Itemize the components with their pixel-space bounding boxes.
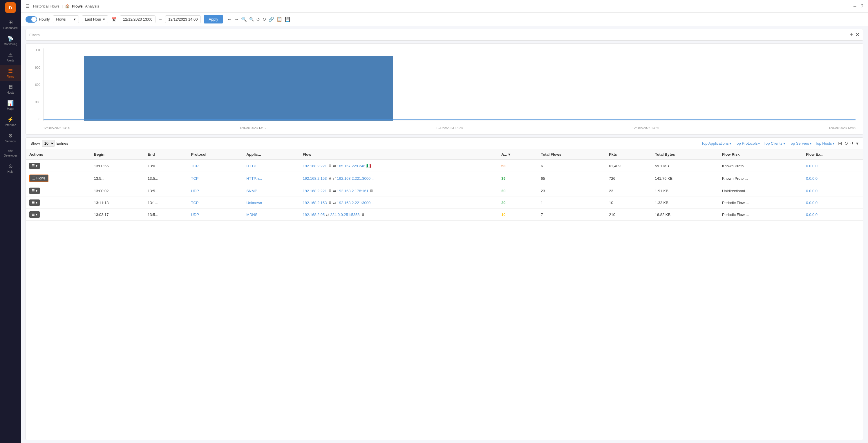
protocol-link[interactable]: TCP <box>191 176 199 181</box>
flow-exp-link[interactable]: 0.0.0.0 <box>806 176 817 181</box>
eye-icon[interactable]: 👁 ▾ <box>850 141 859 146</box>
sidebar-item-interface[interactable]: ⚡ Interface › <box>0 113 21 130</box>
chart-inner[interactable] <box>43 48 856 121</box>
action-menu-button[interactable]: ☰ ▾ <box>29 211 40 218</box>
filters-bar: + ✕ <box>26 29 863 41</box>
sidebar-item-alerts[interactable]: ⚠ Alerts › <box>0 49 21 65</box>
src-ip-link[interactable]: 192.168.2.153 <box>303 201 327 205</box>
col-flow[interactable]: Flow <box>299 149 498 160</box>
filters-close-button[interactable]: ✕ <box>855 32 860 38</box>
dst-ip-link[interactable]: 192.168.2.221:3000... <box>337 176 374 181</box>
cell-flow: 192.168.2.221 🖥 ⇄ 192.168.2.178:161 🖥 <box>299 185 498 197</box>
dst-ip-link[interactable]: 192.168.2.221:3000... <box>337 201 374 205</box>
col-pkts[interactable]: Pkts <box>606 149 651 160</box>
app-link[interactable]: Unknown <box>246 201 262 205</box>
breadcrumb-historical-flows[interactable]: Historical Flows <box>33 4 59 8</box>
app-link[interactable]: HTTP.n... <box>246 176 262 181</box>
sidebar-item-flows[interactable]: ☰ Flows <box>0 65 21 81</box>
src-ip-link[interactable]: 192.168.2.153 <box>303 176 327 181</box>
undo-icon[interactable]: ↺ <box>256 16 260 22</box>
sidebar-item-maps[interactable]: 📊 Maps › <box>0 97 21 113</box>
sidebar-item-label: Settings <box>5 140 16 143</box>
flow-exp-link[interactable]: 0.0.0.0 <box>806 189 817 193</box>
start-datetime-input[interactable]: 12/12/2023 13:00 <box>120 15 155 23</box>
table-header-row: Actions Begin End Protocol Applic... Flo… <box>26 149 863 160</box>
dst-ip-link[interactable]: 224.0.0.251:5353 <box>330 212 360 217</box>
top-hosts-link[interactable]: Top Hosts ▾ <box>815 141 835 145</box>
zoom-in-icon[interactable]: 🔍 <box>241 16 247 22</box>
action-menu-button[interactable]: ☰ ▾ <box>29 188 40 194</box>
apply-button[interactable]: Apply <box>204 15 223 24</box>
back-icon[interactable]: ← <box>852 4 857 9</box>
top-protocols-link[interactable]: Top Protocols ▾ <box>735 141 761 145</box>
flow-exp-link[interactable]: 0.0.0.0 <box>806 201 817 205</box>
breadcrumb-analysis[interactable]: Analysis <box>85 4 99 8</box>
breadcrumb-flows[interactable]: Flows <box>72 4 83 8</box>
refresh-icon[interactable]: ↻ <box>262 16 266 22</box>
dst-ip-link[interactable]: 192.168.2.178:161 <box>337 189 368 193</box>
action-flows-button[interactable]: ☰ Flows <box>29 174 49 182</box>
dst-ip-link[interactable]: 185.157.229.246 <box>337 164 366 168</box>
chart-area: 1 K 900 600 300 0 12/Dec/2023 13:00 12/D… <box>26 43 863 135</box>
chart-x-labels: 12/Dec/2023 13:00 12/Dec/2023 13:12 12/D… <box>43 126 856 130</box>
device-icon: 🖥 <box>328 201 332 205</box>
app-link[interactable]: MDNS <box>246 212 257 217</box>
time-range-dropdown[interactable]: Last Hour ▾ <box>82 15 108 23</box>
sidebar-item-developer[interactable]: </> Developer › <box>0 146 21 160</box>
action-menu-button[interactable]: ☰ ▾ <box>29 163 40 169</box>
col-application[interactable]: Applic... <box>243 149 299 160</box>
flows-dropdown[interactable]: Flows ▾ <box>53 15 79 23</box>
show-entries-select[interactable]: 10 25 50 <box>42 140 55 147</box>
cell-flow-risk: Unidirectional... <box>719 185 802 197</box>
save-icon[interactable]: 💾 <box>285 16 290 22</box>
sidebar-item-help[interactable]: ⊙ Help › <box>0 160 21 176</box>
zoom-out-icon[interactable]: 🔍 <box>249 17 254 22</box>
col-flow-exp[interactable]: Flow Ex... <box>802 149 863 160</box>
col-total-flows[interactable]: Total Flows <box>537 149 606 160</box>
protocol-link[interactable]: TCP <box>191 201 199 205</box>
src-ip-link[interactable]: 192.168.2.221 <box>303 164 327 168</box>
flow-exp-link[interactable]: 0.0.0.0 <box>806 164 817 168</box>
columns-icon[interactable]: ⊞ <box>838 141 842 146</box>
refresh-table-icon[interactable]: ↻ <box>844 141 848 146</box>
cell-actions: ☰ ▾ <box>26 185 91 197</box>
app-link[interactable]: SNMP <box>246 189 257 193</box>
link-icon[interactable]: 🔗 <box>268 16 274 22</box>
col-end[interactable]: End <box>144 149 187 160</box>
help-question-icon[interactable]: ? <box>861 4 863 9</box>
protocol-link[interactable]: UDP <box>191 189 199 193</box>
sidebar-item-dashboard[interactable]: ⊞ Dashboard › <box>0 16 21 32</box>
sidebar-item-hosts[interactable]: 🖥 Hosts › <box>0 81 21 97</box>
filters-add-button[interactable]: + <box>850 32 853 38</box>
next-icon[interactable]: → <box>234 17 239 22</box>
sidebar-item-settings[interactable]: ⚙ Settings <box>0 130 21 146</box>
flows-dropdown-value: Flows <box>56 17 66 22</box>
top-servers-link[interactable]: Top Servers ▾ <box>789 141 811 145</box>
col-score[interactable]: A... ▾ <box>498 149 537 160</box>
app-logo[interactable]: n <box>5 2 16 13</box>
src-ip-link[interactable]: 192.168.2.95 <box>303 212 324 217</box>
action-menu-button[interactable]: ☰ ▾ <box>29 200 40 206</box>
src-ip-link[interactable]: 192.168.2.221 <box>303 189 327 193</box>
settings-icon: ⚙ <box>8 133 13 139</box>
calendar-icon[interactable]: 📅 <box>111 16 117 22</box>
cell-flow-risk: Known Proto ... <box>719 160 802 172</box>
copy-icon[interactable]: 📋 <box>276 16 282 22</box>
protocol-link[interactable]: TCP <box>191 164 199 168</box>
top-applications-link[interactable]: Top Applications ▾ <box>702 141 731 145</box>
cell-actions: ☰ ▾ <box>26 160 91 172</box>
hourly-toggle[interactable] <box>26 16 37 23</box>
flow-exp-link[interactable]: 0.0.0.0 <box>806 212 817 217</box>
col-begin[interactable]: Begin <box>91 149 144 160</box>
col-protocol[interactable]: Protocol <box>188 149 243 160</box>
protocol-link[interactable]: UDP <box>191 212 199 217</box>
end-datetime-input[interactable]: 12/12/2023 14:00 <box>165 15 201 23</box>
col-total-bytes[interactable]: Total Bytes <box>652 149 719 160</box>
col-flow-risk[interactable]: Flow Risk <box>719 149 802 160</box>
sidebar-item-monitoring[interactable]: 📡 Monitoring › <box>0 32 21 49</box>
prev-icon[interactable]: ← <box>227 17 232 22</box>
app-link[interactable]: HTTP <box>246 164 256 168</box>
menu-icon[interactable]: ☰ <box>26 3 30 9</box>
filters-input[interactable] <box>29 33 847 37</box>
top-clients-link[interactable]: Top Clients ▾ <box>764 141 785 145</box>
